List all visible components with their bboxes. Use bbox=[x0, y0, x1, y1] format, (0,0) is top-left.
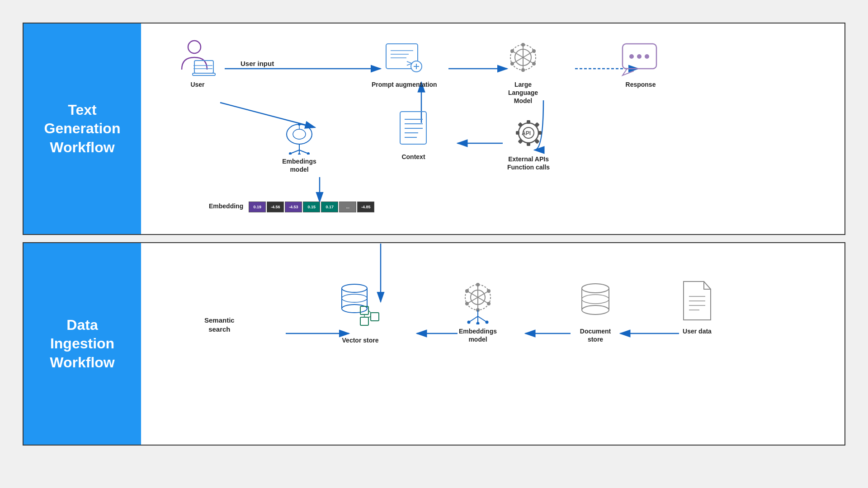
semantic-search-node: Semantic search bbox=[204, 313, 235, 333]
svg-point-40 bbox=[510, 49, 514, 53]
vector-store-node: Vector store bbox=[335, 279, 385, 344]
svg-point-47 bbox=[645, 54, 649, 59]
svg-line-95 bbox=[478, 316, 487, 322]
top-panel-label: Text Generation Workflow bbox=[24, 23, 141, 234]
vector-store-icon bbox=[335, 279, 385, 333]
external-api-label: External APIs Function calls bbox=[507, 155, 550, 171]
svg-point-87 bbox=[476, 283, 480, 286]
svg-rect-57 bbox=[527, 142, 530, 146]
svg-rect-62 bbox=[518, 139, 523, 144]
svg-point-91 bbox=[465, 302, 469, 305]
user-input-label: User input bbox=[241, 60, 274, 67]
svg-rect-56 bbox=[527, 120, 530, 124]
prompt-aug-node: >_ Prompt augmentation bbox=[372, 42, 437, 89]
svg-point-42 bbox=[510, 62, 514, 66]
svg-point-98 bbox=[486, 321, 489, 324]
embedding-label: Embedding bbox=[209, 202, 243, 210]
prompt-aug-icon: >_ bbox=[384, 42, 425, 78]
bottom-panel: Data Ingestion Workflow bbox=[23, 242, 845, 446]
top-panel: Text Generation Workflow bbox=[23, 23, 845, 235]
prompt-aug-label: Prompt augmentation bbox=[372, 80, 437, 89]
user-label: User bbox=[190, 80, 204, 89]
response-icon bbox=[620, 42, 661, 78]
top-embeddings-model-icon bbox=[281, 118, 317, 155]
external-api-icon: API bbox=[509, 114, 548, 152]
bottom-panel-title: Data Ingestion Workflow bbox=[50, 316, 114, 372]
user-node: User bbox=[177, 37, 218, 89]
svg-point-20 bbox=[289, 152, 292, 155]
vec-6: -4.85 bbox=[357, 202, 374, 212]
svg-rect-60 bbox=[518, 122, 523, 127]
svg-point-75 bbox=[342, 294, 367, 302]
svg-point-22 bbox=[298, 153, 301, 155]
embedding-node: Embedding 0.19 -4.56 -4.53 0.15 0.17 ...… bbox=[209, 200, 374, 212]
svg-rect-77 bbox=[371, 313, 379, 321]
svg-point-90 bbox=[487, 302, 491, 305]
document-store-icon bbox=[575, 279, 616, 324]
svg-point-21 bbox=[307, 152, 310, 155]
response-node: Response bbox=[620, 42, 661, 89]
response-label: Response bbox=[626, 80, 656, 89]
user-icon bbox=[177, 37, 218, 78]
document-store-node: Document store bbox=[575, 279, 616, 343]
svg-point-103 bbox=[582, 305, 609, 314]
vec-1: -4.56 bbox=[267, 202, 284, 212]
svg-point-9 bbox=[188, 41, 201, 53]
svg-line-81 bbox=[368, 317, 371, 317]
embedding-vector: 0.19 -4.56 -4.53 0.15 0.17 ... -4.85 bbox=[249, 202, 374, 212]
bottom-panel-label: Data Ingestion Workflow bbox=[24, 243, 141, 445]
svg-point-97 bbox=[467, 321, 471, 324]
external-api-node: API External APIs Function calls bbox=[507, 114, 550, 171]
svg-point-92 bbox=[487, 289, 491, 293]
vec-5: ... bbox=[339, 202, 356, 212]
svg-point-45 bbox=[629, 54, 634, 59]
svg-point-41 bbox=[532, 62, 536, 66]
bottom-panel-content: Semantic search bbox=[141, 243, 844, 445]
svg-rect-61 bbox=[534, 122, 539, 127]
svg-point-38 bbox=[521, 43, 525, 47]
bottom-embeddings-icon bbox=[458, 279, 498, 324]
vec-0: 0.19 bbox=[249, 202, 266, 212]
svg-point-15 bbox=[293, 129, 306, 139]
bottom-embeddings-model-node: Embeddings model bbox=[458, 279, 498, 343]
svg-rect-11 bbox=[193, 73, 215, 75]
outer-container: Text Generation Workflow bbox=[23, 23, 845, 465]
svg-point-71 bbox=[342, 284, 367, 292]
svg-text:API: API bbox=[522, 130, 531, 136]
svg-line-18 bbox=[299, 150, 308, 154]
vector-store-label: Vector store bbox=[342, 336, 379, 344]
svg-point-104 bbox=[582, 295, 609, 304]
svg-point-74 bbox=[342, 305, 367, 313]
user-data-label: User data bbox=[683, 327, 712, 335]
user-data-node: User data bbox=[679, 279, 715, 335]
context-node: Context bbox=[396, 109, 430, 161]
top-panel-title: Text Generation Workflow bbox=[44, 101, 121, 157]
svg-rect-59 bbox=[538, 131, 542, 135]
top-embeddings-model-label: Embedings model bbox=[282, 157, 316, 174]
vec-4: 0.17 bbox=[321, 202, 338, 212]
semantic-search-label: Semantic search bbox=[204, 316, 235, 333]
svg-rect-10 bbox=[194, 61, 213, 73]
llm-node: Large Language Model bbox=[503, 37, 543, 105]
top-panel-content: User User input bbox=[141, 23, 844, 234]
context-label: Context bbox=[401, 153, 425, 161]
bottom-arrows bbox=[141, 243, 844, 445]
svg-line-94 bbox=[469, 316, 478, 322]
vec-2: -4.53 bbox=[285, 202, 302, 212]
svg-point-100 bbox=[582, 284, 609, 293]
svg-point-89 bbox=[465, 289, 469, 293]
context-icon bbox=[396, 109, 430, 150]
bottom-embeddings-model-label: Embeddings model bbox=[459, 327, 497, 343]
svg-point-46 bbox=[637, 54, 642, 59]
document-store-label: Document store bbox=[580, 327, 611, 343]
svg-point-39 bbox=[521, 68, 525, 72]
user-data-icon bbox=[679, 279, 715, 324]
svg-point-99 bbox=[476, 322, 480, 325]
vec-3: 0.15 bbox=[303, 202, 320, 212]
svg-line-17 bbox=[290, 150, 299, 154]
top-embeddings-model-node: Embedings model bbox=[281, 118, 317, 174]
svg-point-43 bbox=[532, 49, 536, 53]
svg-rect-58 bbox=[516, 131, 519, 135]
svg-rect-78 bbox=[360, 317, 368, 325]
llm-icon bbox=[503, 37, 543, 78]
